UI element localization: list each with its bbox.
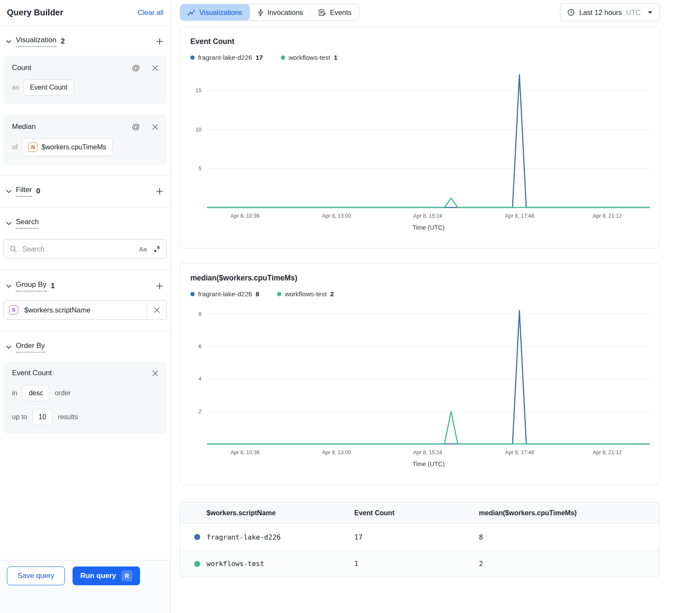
- time-range-selector[interactable]: Last 12 hours UTC: [560, 3, 660, 21]
- run-shortcut-badge: R: [121, 570, 132, 581]
- results-label: results: [58, 413, 78, 421]
- tab-invocations[interactable]: Invocations: [250, 4, 310, 20]
- chart-legend: fragrant-lake-d226 17 workflows-test 1: [190, 54, 649, 61]
- add-group-by-button[interactable]: [156, 282, 163, 290]
- save-query-button[interactable]: Save query: [7, 566, 65, 585]
- legend-item[interactable]: fragrant-lake-d226 8: [190, 290, 259, 298]
- results-table: $workers.scriptName Event Count median($…: [180, 502, 660, 577]
- order-by-card: Event Count in desc order up to 10 resul…: [3, 361, 167, 434]
- group-by-item[interactable]: S $workers.scriptName: [3, 300, 167, 320]
- close-icon[interactable]: [152, 65, 158, 71]
- time-range-label: Last 12 hours: [579, 9, 622, 17]
- visualization-section-header: Visualization 2: [0, 26, 170, 53]
- sidebar-header: Query Builder Clear all: [0, 0, 170, 26]
- top-bar: Visualizations Invocations Events Last 1…: [180, 3, 660, 21]
- close-icon[interactable]: [152, 124, 158, 130]
- svg-text:Apr 8, 21:12: Apr 8, 21:12: [592, 213, 621, 219]
- event-count-chart-card: Event Count fragrant-lake-d226 17 workfl…: [180, 26, 660, 248]
- add-filter-button[interactable]: [156, 187, 163, 195]
- script-name: workflows-test: [207, 560, 264, 568]
- sidebar-footer: Save query Run query R: [0, 560, 170, 613]
- table-row: fragrant-lake-d226 17 8: [180, 524, 659, 550]
- legend-dot: [277, 292, 281, 296]
- svg-text:15: 15: [195, 88, 201, 93]
- svg-text:5: 5: [198, 166, 201, 172]
- string-type-icon: S: [9, 305, 18, 315]
- table-row: workflows-test 1 2: [180, 550, 659, 577]
- main-content: Visualizations Invocations Events Last 1…: [171, 0, 700, 613]
- visualization-count: 2: [61, 37, 64, 46]
- close-icon[interactable]: [152, 370, 158, 377]
- at-icon[interactable]: @: [132, 63, 140, 73]
- event-count-line-chart[interactable]: 51015Apr 8, 10:36Apr 8, 13:00Apr 8, 15:2…: [190, 67, 649, 232]
- number-type-icon: N: [28, 143, 38, 152]
- legend-item[interactable]: workflows-test 2: [277, 290, 334, 298]
- event-count-value: 1: [354, 560, 479, 568]
- chevron-down-icon[interactable]: [6, 40, 12, 44]
- order-by-section-label: Order By: [16, 342, 45, 353]
- median-value: 8: [479, 533, 659, 541]
- visualization-alias-field[interactable]: Event Count: [23, 79, 74, 96]
- median-field-selector[interactable]: N $workers.cpuTimeMs: [22, 138, 112, 156]
- visualization-section-label: Visualization: [16, 36, 56, 47]
- filter-section-header: Filter 0: [0, 175, 170, 203]
- in-label: in: [12, 389, 17, 397]
- svg-text:Time (UTC): Time (UTC): [412, 224, 444, 231]
- series-dot: [194, 534, 200, 540]
- legend-dot: [190, 55, 195, 60]
- median-cpu-chart-card: median($workers.cpuTimeMs) fragrant-lake…: [180, 263, 660, 485]
- timezone-label: UTC: [626, 9, 641, 17]
- caret-down-icon: [648, 11, 653, 14]
- event-log-icon: [318, 9, 326, 17]
- at-icon[interactable]: @: [132, 122, 140, 131]
- search-section-label: Search: [16, 218, 39, 229]
- series-dot: [194, 561, 200, 567]
- search-icon: [10, 245, 17, 253]
- group-by-field: $workers.scriptName: [24, 306, 90, 314]
- page-title: Query Builder: [7, 8, 63, 18]
- legend-dot: [281, 55, 285, 60]
- svg-text:Apr 8, 17:48: Apr 8, 17:48: [505, 213, 534, 219]
- median-cpu-line-chart[interactable]: 2468Apr 8, 10:36Apr 8, 13:00Apr 8, 15:24…: [190, 303, 649, 469]
- filter-count: 0: [36, 187, 40, 196]
- clear-all-link[interactable]: Clear all: [137, 9, 163, 17]
- visualization-card-count: Count @ as Event Count: [3, 55, 167, 104]
- search-section-header: Search: [0, 207, 170, 235]
- column-header-median: median($workers.cpuTimeMs): [479, 509, 659, 517]
- chevron-down-icon[interactable]: [6, 345, 12, 349]
- regex-icon[interactable]: [154, 245, 160, 252]
- svg-text:Time (UTC): Time (UTC): [412, 461, 444, 467]
- median-value: 2: [479, 560, 659, 568]
- case-sensitive-icon[interactable]: Aa: [139, 245, 147, 253]
- order-by-section-header: Order By: [0, 331, 170, 359]
- run-query-button[interactable]: Run query R: [73, 566, 140, 585]
- event-count-value: 17: [354, 533, 479, 541]
- tab-events[interactable]: Events: [310, 4, 359, 20]
- chevron-down-icon[interactable]: [6, 284, 12, 288]
- legend-item[interactable]: fragrant-lake-d226 17: [190, 54, 263, 61]
- as-label: as: [12, 84, 19, 91]
- up-to-label: up to: [12, 413, 27, 421]
- result-limit-field[interactable]: 10: [32, 409, 53, 425]
- svg-text:Apr 8, 15:24: Apr 8, 15:24: [413, 450, 442, 455]
- chart-legend: fragrant-lake-d226 8 workflows-test 2: [190, 290, 649, 298]
- chevron-down-icon[interactable]: [6, 222, 12, 225]
- search-input[interactable]: [21, 245, 135, 254]
- tab-visualizations[interactable]: Visualizations: [180, 4, 250, 20]
- add-visualization-button[interactable]: [156, 38, 163, 45]
- remove-group-by-button[interactable]: [147, 301, 166, 319]
- line-chart-icon: [187, 9, 195, 16]
- svg-text:6: 6: [198, 344, 201, 350]
- clock-icon: [567, 9, 575, 16]
- svg-text:Apr 8, 15:24: Apr 8, 15:24: [413, 213, 442, 219]
- card-title: Count: [12, 64, 31, 72]
- chevron-down-icon[interactable]: [6, 190, 12, 193]
- group-by-section-label: Group By: [16, 280, 47, 292]
- svg-text:Apr 8, 13:00: Apr 8, 13:00: [322, 450, 351, 455]
- group-by-count: 1: [51, 282, 55, 290]
- order-by-field: Event Count: [12, 369, 52, 377]
- lightning-icon: [257, 9, 264, 17]
- search-input-container: Aa: [3, 239, 167, 259]
- legend-item[interactable]: workflows-test 1: [281, 54, 338, 61]
- sort-direction-selector[interactable]: desc: [22, 385, 50, 401]
